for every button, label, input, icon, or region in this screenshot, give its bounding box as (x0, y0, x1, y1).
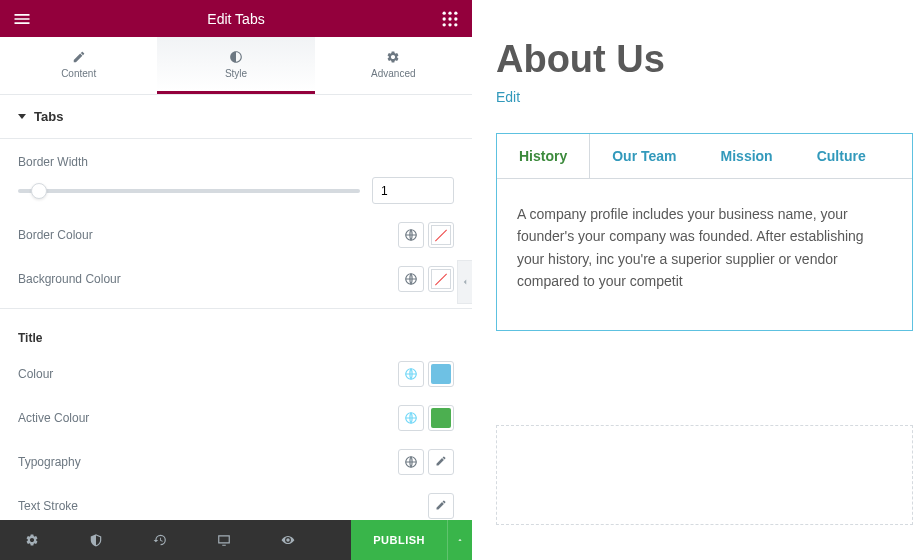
swatch-colour (431, 364, 451, 384)
menu-icon[interactable] (12, 9, 32, 29)
text-stroke-label: Text Stroke (18, 499, 78, 513)
control-border-width: Border Width (18, 155, 454, 204)
editor-panel: Edit Tabs Content Style Advanced Tabs (0, 0, 472, 560)
editor-tabs-nav: Content Style Advanced (0, 37, 472, 95)
tab-style[interactable]: Style (157, 37, 314, 94)
responsive-icon[interactable] (192, 520, 256, 560)
gear-icon (386, 50, 400, 64)
active-colour-global[interactable] (398, 405, 424, 431)
typography-edit[interactable] (428, 449, 454, 475)
typography-label: Typography (18, 455, 81, 469)
svg-point-0 (443, 11, 446, 14)
swatch-active (431, 408, 451, 428)
panel-body: Tabs Border Width Border Colour (0, 95, 472, 520)
border-colour-label: Border Colour (18, 228, 93, 242)
tab-culture[interactable]: Culture (795, 134, 888, 178)
title-heading: Title (18, 331, 454, 345)
navigator-icon[interactable] (64, 520, 128, 560)
svg-point-1 (448, 11, 451, 14)
border-colour-swatch[interactable] (428, 222, 454, 248)
border-colour-global[interactable] (398, 222, 424, 248)
background-colour-swatch[interactable] (428, 266, 454, 292)
tab-content[interactable]: Content (0, 37, 157, 94)
panel-header: Edit Tabs (0, 0, 472, 37)
section-tabs-title: Tabs (34, 109, 63, 124)
preview-area: About Us Edit History Our Team Mission C… (472, 0, 913, 560)
publish-button[interactable]: PUBLISH (351, 520, 448, 560)
history-icon[interactable] (128, 520, 192, 560)
title-colour-swatch[interactable] (428, 361, 454, 387)
tab-style-label: Style (225, 68, 247, 79)
collapse-handle[interactable] (457, 260, 473, 304)
title-colour-global[interactable] (398, 361, 424, 387)
tab-advanced-label: Advanced (371, 68, 415, 79)
tab-content-label: Content (61, 68, 96, 79)
apps-icon[interactable] (440, 9, 460, 29)
svg-point-2 (454, 11, 457, 14)
svg-point-6 (443, 23, 446, 26)
svg-point-7 (448, 23, 451, 26)
background-colour-label: Background Colour (18, 272, 121, 286)
tab-advanced[interactable]: Advanced (315, 37, 472, 94)
preview-icon[interactable] (256, 520, 320, 560)
panel-title: Edit Tabs (32, 11, 440, 27)
edit-link[interactable]: Edit (496, 89, 520, 105)
title-colour-label: Colour (18, 367, 53, 381)
svg-point-4 (448, 17, 451, 20)
panel-footer: PUBLISH (0, 520, 472, 560)
pencil-icon (72, 50, 86, 64)
border-width-label: Border Width (18, 155, 454, 169)
tabs-header: History Our Team Mission Culture (497, 134, 912, 178)
tabs-widget[interactable]: History Our Team Mission Culture A compa… (496, 133, 913, 331)
contrast-icon (229, 50, 243, 64)
svg-point-5 (454, 17, 457, 20)
svg-point-8 (454, 23, 457, 26)
border-width-slider[interactable] (18, 189, 360, 193)
tabs-content: A company profile includes your business… (497, 178, 912, 317)
active-colour-label: Active Colour (18, 411, 89, 425)
typography-global[interactable] (398, 449, 424, 475)
page-title: About Us (496, 38, 913, 81)
settings-icon[interactable] (0, 520, 64, 560)
active-colour-swatch[interactable] (428, 405, 454, 431)
tab-our-team[interactable]: Our Team (590, 134, 698, 178)
border-width-input[interactable] (372, 177, 454, 204)
svg-point-3 (443, 17, 446, 20)
caret-down-icon (18, 114, 26, 119)
publish-options[interactable] (448, 520, 472, 560)
text-stroke-edit[interactable] (428, 493, 454, 519)
background-colour-global[interactable] (398, 266, 424, 292)
tab-mission[interactable]: Mission (699, 134, 795, 178)
tab-history[interactable]: History (497, 134, 590, 179)
section-tabs-header[interactable]: Tabs (0, 95, 472, 139)
slider-thumb[interactable] (31, 183, 47, 199)
empty-section-placeholder[interactable] (496, 425, 913, 525)
